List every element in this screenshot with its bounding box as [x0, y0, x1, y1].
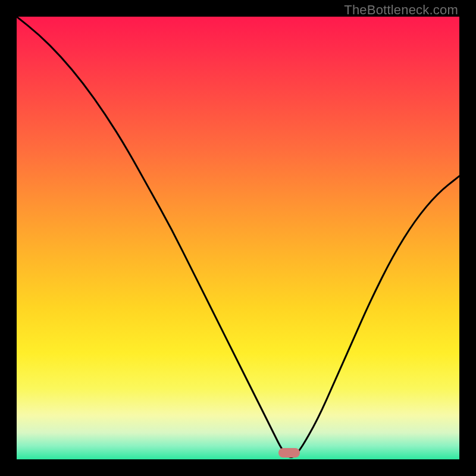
bottleneck-curve: [17, 17, 459, 459]
chart-frame: TheBottleneck.com: [0, 0, 476, 476]
optimal-point-marker: [278, 448, 300, 458]
watermark-text: TheBottleneck.com: [344, 2, 458, 18]
plot-area: [17, 17, 459, 459]
